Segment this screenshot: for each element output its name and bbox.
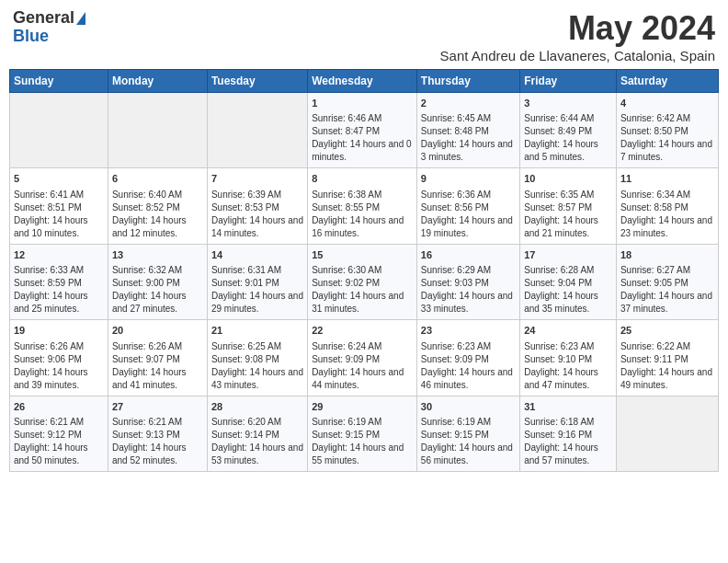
calendar-cell: 1Sunrise: 6:46 AMSunset: 8:47 PMDaylight…	[308, 93, 417, 168]
daylight-text: Daylight: 14 hours and 37 minutes.	[620, 290, 714, 316]
sunrise-text: Sunrise: 6:19 AM	[421, 416, 516, 429]
daylight-text: Daylight: 14 hours and 16 minutes.	[312, 214, 413, 240]
sunrise-text: Sunrise: 6:25 AM	[211, 340, 303, 353]
calendar-cell: 8Sunrise: 6:38 AMSunset: 8:55 PMDaylight…	[308, 168, 417, 244]
sunrise-text: Sunrise: 6:41 AM	[14, 189, 104, 201]
daylight-text: Daylight: 14 hours and 31 minutes.	[312, 290, 413, 316]
daylight-text: Daylight: 14 hours and 56 minutes.	[421, 442, 516, 467]
calendar-cell: 9Sunrise: 6:36 AMSunset: 8:56 PMDaylight…	[416, 168, 519, 244]
calendar-cell: 7Sunrise: 6:39 AMSunset: 8:53 PMDaylight…	[207, 168, 307, 244]
sunset-text: Sunset: 8:51 PM	[14, 201, 104, 214]
sunset-text: Sunset: 9:13 PM	[112, 429, 203, 442]
day-number: 16	[421, 248, 516, 262]
calendar-week-row: 19Sunrise: 6:26 AMSunset: 9:06 PMDayligh…	[10, 320, 719, 396]
sunrise-text: Sunrise: 6:32 AM	[112, 264, 203, 277]
title-block: May 2024 Sant Andreu de Llavaneres, Cata…	[440, 9, 715, 63]
sunset-text: Sunset: 8:52 PM	[112, 201, 203, 214]
sunset-text: Sunset: 8:49 PM	[524, 125, 612, 138]
header-saturday: Saturday	[616, 70, 718, 93]
sunset-text: Sunset: 8:50 PM	[620, 125, 714, 138]
day-number: 14	[211, 248, 303, 262]
daylight-text: Daylight: 14 hours and 14 minutes.	[211, 214, 303, 240]
daylight-text: Daylight: 14 hours and 50 minutes.	[14, 442, 104, 467]
sunset-text: Sunset: 9:16 PM	[524, 429, 612, 442]
calendar-week-row: 12Sunrise: 6:33 AMSunset: 8:59 PMDayligh…	[10, 244, 719, 319]
sunrise-text: Sunrise: 6:29 AM	[421, 264, 516, 277]
sunset-text: Sunset: 9:03 PM	[421, 277, 516, 290]
header-wednesday: Wednesday	[308, 70, 417, 93]
calendar-cell: 20Sunrise: 6:26 AMSunset: 9:07 PMDayligh…	[108, 320, 207, 396]
day-number: 24	[524, 324, 612, 338]
daylight-text: Daylight: 14 hours and 0 minutes.	[312, 138, 413, 164]
day-number: 4	[620, 97, 714, 110]
sunset-text: Sunset: 9:12 PM	[14, 429, 104, 442]
header-sunday: Sunday	[10, 70, 108, 93]
sunrise-text: Sunrise: 6:44 AM	[524, 112, 612, 125]
day-number: 30	[421, 400, 516, 414]
sunset-text: Sunset: 9:10 PM	[524, 353, 612, 366]
sunset-text: Sunset: 9:15 PM	[421, 429, 516, 442]
logo-general-text: General	[13, 9, 74, 28]
day-number: 25	[620, 324, 714, 338]
daylight-text: Daylight: 14 hours and 5 minutes.	[524, 138, 612, 164]
calendar-cell: 23Sunrise: 6:23 AMSunset: 9:09 PMDayligh…	[416, 320, 519, 396]
sunset-text: Sunset: 9:06 PM	[14, 353, 104, 366]
daylight-text: Daylight: 14 hours and 3 minutes.	[421, 138, 516, 164]
sunrise-text: Sunrise: 6:18 AM	[524, 416, 612, 429]
sunrise-text: Sunrise: 6:42 AM	[620, 112, 714, 125]
calendar-cell: 10Sunrise: 6:35 AMSunset: 8:57 PMDayligh…	[520, 168, 617, 244]
daylight-text: Daylight: 14 hours and 33 minutes.	[421, 290, 516, 316]
sunset-text: Sunset: 9:09 PM	[312, 353, 413, 366]
sunset-text: Sunset: 9:14 PM	[211, 429, 303, 442]
sunrise-text: Sunrise: 6:38 AM	[312, 189, 413, 201]
calendar-cell	[10, 93, 108, 168]
daylight-text: Daylight: 14 hours and 12 minutes.	[112, 214, 203, 240]
day-number: 3	[524, 97, 612, 110]
day-number: 22	[312, 324, 413, 338]
calendar-cell: 31Sunrise: 6:18 AMSunset: 9:16 PMDayligh…	[520, 396, 617, 471]
daylight-text: Daylight: 14 hours and 52 minutes.	[112, 442, 203, 467]
calendar-cell: 4Sunrise: 6:42 AMSunset: 8:50 PMDaylight…	[616, 93, 718, 168]
sunset-text: Sunset: 8:56 PM	[421, 201, 516, 214]
sunrise-text: Sunrise: 6:33 AM	[14, 264, 104, 277]
calendar-cell	[108, 93, 207, 168]
sunrise-text: Sunrise: 6:45 AM	[421, 112, 516, 125]
calendar-cell: 5Sunrise: 6:41 AMSunset: 8:51 PMDaylight…	[10, 168, 108, 244]
calendar-cell: 15Sunrise: 6:30 AMSunset: 9:02 PMDayligh…	[308, 244, 417, 319]
calendar-cell: 17Sunrise: 6:28 AMSunset: 9:04 PMDayligh…	[520, 244, 617, 319]
calendar-cell	[616, 396, 718, 471]
daylight-text: Daylight: 14 hours and 29 minutes.	[211, 290, 303, 316]
day-number: 6	[112, 172, 203, 186]
calendar-cell: 13Sunrise: 6:32 AMSunset: 9:00 PMDayligh…	[108, 244, 207, 319]
day-number: 17	[524, 248, 612, 262]
sunrise-text: Sunrise: 6:19 AM	[312, 416, 413, 429]
logo-triangle-icon	[76, 12, 85, 25]
sunrise-text: Sunrise: 6:40 AM	[112, 189, 203, 201]
daylight-text: Daylight: 14 hours and 47 minutes.	[524, 366, 612, 392]
day-number: 27	[112, 400, 203, 414]
day-number: 5	[14, 172, 104, 186]
day-number: 28	[211, 400, 303, 414]
sunset-text: Sunset: 9:09 PM	[421, 353, 516, 366]
calendar-cell: 24Sunrise: 6:23 AMSunset: 9:10 PMDayligh…	[520, 320, 617, 396]
sunrise-text: Sunrise: 6:26 AM	[14, 340, 104, 353]
day-number: 8	[312, 172, 413, 186]
calendar-cell: 6Sunrise: 6:40 AMSunset: 8:52 PMDaylight…	[108, 168, 207, 244]
sunrise-text: Sunrise: 6:27 AM	[620, 264, 714, 277]
calendar-cell: 21Sunrise: 6:25 AMSunset: 9:08 PMDayligh…	[207, 320, 307, 396]
daylight-text: Daylight: 14 hours and 55 minutes.	[312, 442, 413, 467]
sunset-text: Sunset: 8:57 PM	[524, 201, 612, 214]
day-number: 10	[524, 172, 612, 186]
logo: General Blue	[13, 9, 85, 46]
day-number: 29	[312, 400, 413, 414]
daylight-text: Daylight: 14 hours and 21 minutes.	[524, 214, 612, 240]
daylight-text: Daylight: 14 hours and 7 minutes.	[620, 138, 714, 164]
day-number: 12	[14, 248, 104, 262]
calendar-cell: 14Sunrise: 6:31 AMSunset: 9:01 PMDayligh…	[207, 244, 307, 319]
calendar-cell: 26Sunrise: 6:21 AMSunset: 9:12 PMDayligh…	[10, 396, 108, 471]
sunrise-text: Sunrise: 6:20 AM	[211, 416, 303, 429]
daylight-text: Daylight: 14 hours and 23 minutes.	[620, 214, 714, 240]
daylight-text: Daylight: 14 hours and 10 minutes.	[14, 214, 104, 240]
header-tuesday: Tuesday	[207, 70, 307, 93]
sunset-text: Sunset: 9:00 PM	[112, 277, 203, 290]
